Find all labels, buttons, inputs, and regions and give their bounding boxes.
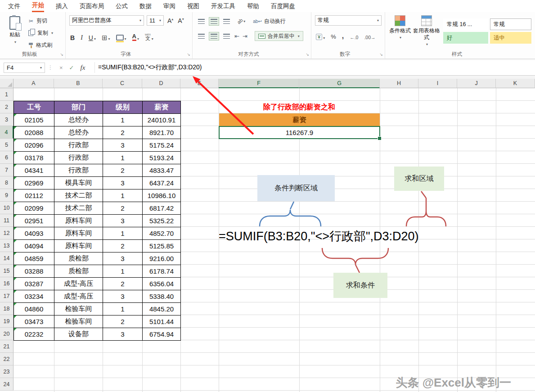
- table-cell[interactable]: 行政部: [54, 152, 103, 164]
- align-middle-button[interactable]: [209, 17, 219, 26]
- row-header-1[interactable]: 1: [0, 88, 13, 101]
- dialog-launcher-icon[interactable]: ↘: [379, 52, 383, 57]
- percent-button[interactable]: %: [331, 33, 336, 40]
- row-header-14[interactable]: 14: [0, 252, 13, 265]
- wrap-text-button[interactable]: ab↩自动换行: [253, 18, 286, 25]
- row-header-18[interactable]: 18: [0, 302, 13, 315]
- decrease-font-button[interactable]: A▾: [178, 17, 184, 24]
- align-center-button[interactable]: [209, 32, 219, 41]
- row-header-24[interactable]: 24: [0, 378, 13, 391]
- menu-tab-文件[interactable]: 文件: [8, 0, 20, 12]
- row-header-17[interactable]: 17: [0, 290, 13, 302]
- row-header-13[interactable]: 13: [0, 239, 13, 252]
- align-top-button[interactable]: [196, 17, 207, 26]
- table-cell[interactable]: 02951: [14, 215, 54, 227]
- table-header-cell[interactable]: 部门: [54, 101, 103, 114]
- menu-tab-插入[interactable]: 插入: [56, 0, 68, 12]
- table-cell[interactable]: 原料车间: [54, 240, 103, 252]
- row-header-16[interactable]: 16: [0, 277, 13, 290]
- menu-tab-开始[interactable]: 开始: [32, 0, 44, 12]
- bold-button[interactable]: B: [70, 35, 75, 41]
- table-cell[interactable]: 5338.40: [143, 290, 181, 303]
- decrease-indent-button[interactable]: ⇤: [234, 33, 239, 40]
- row-header-7[interactable]: 7: [0, 164, 13, 176]
- table-cell[interactable]: 24010.91: [143, 114, 181, 126]
- merge-center-button[interactable]: 合并后居中▾: [255, 31, 303, 41]
- decrease-decimal-button[interactable]: .00→: [364, 35, 375, 40]
- formula-input[interactable]: =SUMIF(B3:B20,"<>行政部",D3:D20): [98, 60, 202, 75]
- table-header-cell[interactable]: 工号: [14, 101, 54, 114]
- selected-cell-f4[interactable]: 116267.9: [219, 126, 380, 139]
- phonetic-button[interactable]: wén文▾: [145, 33, 153, 41]
- table-cell[interactable]: 1: [103, 303, 143, 315]
- cut-button[interactable]: ✂ 剪切: [28, 17, 53, 25]
- table-cell[interactable]: 5325.22: [143, 215, 181, 227]
- table-cell[interactable]: 4845.20: [143, 303, 181, 315]
- underline-button[interactable]: U▾: [89, 35, 96, 41]
- copy-button[interactable]: 复制 ▾: [28, 29, 53, 37]
- table-cell[interactable]: 03473: [14, 315, 54, 328]
- table-cell[interactable]: 原料车间: [54, 227, 103, 240]
- table-cell[interactable]: 3: [103, 215, 143, 227]
- cell-style-item[interactable]: 常规: [490, 18, 531, 30]
- table-cell[interactable]: 02099: [14, 202, 54, 215]
- table-cell[interactable]: 04860: [14, 303, 54, 315]
- table-cell[interactable]: 2: [103, 202, 143, 215]
- table-cell[interactable]: 03288: [14, 265, 54, 278]
- fill-color-button[interactable]: ▾: [116, 35, 126, 41]
- table-cell[interactable]: 原料车间: [54, 215, 103, 227]
- column-header-B[interactable]: B: [54, 79, 103, 88]
- table-cell[interactable]: 04094: [14, 240, 54, 252]
- table-cell[interactable]: 04859: [14, 252, 54, 265]
- orientation-button[interactable]: ab▾: [237, 18, 245, 24]
- table-cell[interactable]: 总经办: [54, 114, 103, 126]
- row-header-6[interactable]: 6: [0, 151, 13, 164]
- menu-tab-视图[interactable]: 视图: [187, 0, 199, 12]
- column-header-F[interactable]: F: [219, 79, 299, 88]
- row-header-3[interactable]: 3: [0, 113, 13, 126]
- table-header-cell[interactable]: 薪资: [143, 101, 181, 114]
- row-header-23[interactable]: 23: [0, 365, 13, 378]
- column-header-K[interactable]: K: [496, 79, 535, 88]
- table-cell[interactable]: 5175.24: [143, 139, 181, 152]
- table-cell[interactable]: 2: [103, 164, 143, 177]
- align-bottom-button[interactable]: [221, 17, 232, 26]
- font-size-select[interactable]: 11 ▾: [147, 15, 164, 26]
- table-cell[interactable]: 04093: [14, 227, 54, 240]
- font-color-button[interactable]: A▾: [132, 33, 139, 41]
- table-cell[interactable]: 3: [103, 328, 143, 341]
- table-cell[interactable]: 02112: [14, 189, 54, 202]
- table-cell[interactable]: 2: [103, 315, 143, 328]
- table-cell[interactable]: 6178.74: [143, 265, 181, 278]
- row-header-19[interactable]: 19: [0, 315, 13, 328]
- number-format-select[interactable]: 常规 ▾: [315, 15, 382, 26]
- row-header-8[interactable]: 8: [0, 176, 13, 189]
- column-header-G[interactable]: G: [299, 79, 380, 88]
- table-cell[interactable]: 3: [103, 177, 143, 189]
- row-header-10[interactable]: 10: [0, 202, 13, 214]
- column-header-A[interactable]: A: [13, 79, 54, 88]
- table-cell[interactable]: 2: [103, 240, 143, 252]
- table-cell[interactable]: 总经办: [54, 126, 103, 139]
- menu-tab-数据[interactable]: 数据: [139, 0, 152, 12]
- cell-style-item[interactable]: 好: [443, 32, 488, 44]
- table-cell[interactable]: 成型-高压: [54, 290, 103, 303]
- cell-style-item[interactable]: 常规 16 ...: [443, 18, 488, 30]
- table-cell[interactable]: 02105: [14, 114, 54, 126]
- table-cell[interactable]: 02969: [14, 177, 54, 189]
- align-right-button[interactable]: [221, 32, 232, 41]
- table-cell[interactable]: 3: [103, 252, 143, 265]
- format-painter-button[interactable]: 格式刷: [28, 41, 53, 49]
- row-header-20[interactable]: 20: [0, 328, 13, 340]
- row-header-9[interactable]: 9: [0, 189, 13, 202]
- dialog-launcher-icon[interactable]: ↘: [60, 52, 63, 57]
- table-cell[interactable]: 3: [103, 290, 143, 303]
- column-header-D[interactable]: D: [142, 79, 180, 88]
- table-cell[interactable]: 质检部: [54, 265, 103, 278]
- table-cell[interactable]: 1: [103, 265, 143, 278]
- table-cell[interactable]: 2: [103, 278, 143, 290]
- italic-button[interactable]: I: [81, 35, 83, 41]
- table-cell[interactable]: 02096: [14, 139, 54, 152]
- dialog-launcher-icon[interactable]: ↘: [187, 52, 190, 57]
- menu-tab-帮助[interactable]: 帮助: [247, 0, 259, 12]
